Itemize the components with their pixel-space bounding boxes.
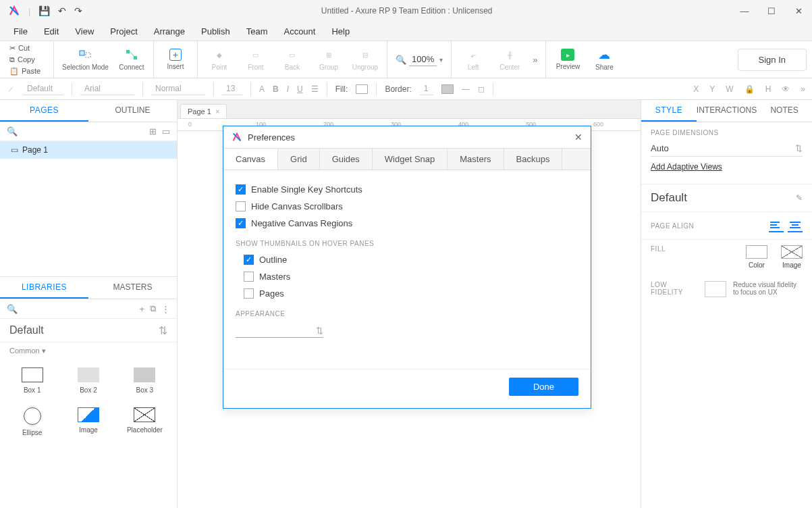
copy-button[interactable]: ⧉Copy xyxy=(8,55,51,65)
tab-libraries[interactable]: LIBRARIES xyxy=(0,277,88,299)
pref-tab-guides[interactable]: Guides xyxy=(320,149,373,170)
checkbox-masters[interactable]: Masters xyxy=(244,268,578,285)
done-button[interactable]: Done xyxy=(509,378,578,396)
checkbox-hide-scrollbars[interactable]: Hide Canvas Scrollbars xyxy=(236,198,578,215)
menu-file[interactable]: File xyxy=(7,24,34,39)
checkbox-negative-regions[interactable]: ✓Negative Canvas Regions xyxy=(236,215,578,232)
checkbox-pages[interactable]: Pages xyxy=(244,285,578,302)
menu-edit[interactable]: Edit xyxy=(37,24,65,39)
edit-icon[interactable]: ✎ xyxy=(796,193,803,203)
redo-icon[interactable]: ↷ xyxy=(74,5,82,16)
folder-icon[interactable]: ▭ xyxy=(162,126,170,136)
menu-account[interactable]: Account xyxy=(277,24,322,39)
checkbox-outline[interactable]: ✓Outline xyxy=(244,251,578,268)
align-center-icon[interactable] xyxy=(788,220,803,232)
lowfi-toggle[interactable] xyxy=(705,281,726,297)
tab-interactions[interactable]: INTERACTIONS xyxy=(697,100,757,122)
insert-button[interactable]: +Insert xyxy=(162,49,189,70)
library-category[interactable]: Common ▾ xyxy=(0,342,177,359)
tab-pages[interactable]: PAGES xyxy=(0,100,88,122)
tab-outline[interactable]: OUTLINE xyxy=(88,100,177,122)
library-icon[interactable]: ⧉ xyxy=(150,303,156,314)
add-page-icon[interactable]: ⊞ xyxy=(149,126,157,136)
more-style-icon[interactable]: » xyxy=(801,84,805,94)
pref-tab-masters[interactable]: Masters xyxy=(448,149,504,170)
widget-ellipse[interactable]: Ellipse xyxy=(7,403,57,440)
menu-arrange[interactable]: Arrange xyxy=(147,24,192,39)
checkbox-single-key[interactable]: ✓Enable Single Key Shortcuts xyxy=(236,181,578,198)
checkbox-icon xyxy=(236,201,246,211)
fill-swatch[interactable] xyxy=(356,84,368,94)
menu-view[interactable]: View xyxy=(68,24,101,39)
group-button: ⊞Group xyxy=(315,48,342,71)
menu-team[interactable]: Team xyxy=(240,24,275,39)
minimize-button[interactable]: — xyxy=(731,0,758,22)
text-color-icon[interactable]: A xyxy=(259,84,265,94)
adaptive-views-link[interactable]: Add Adaptive Views xyxy=(651,157,722,177)
close-tab-icon[interactable]: × xyxy=(215,107,219,116)
style-select[interactable]: Default xyxy=(23,82,63,95)
cut-button[interactable]: ✂Cut xyxy=(8,43,51,53)
border-width[interactable]: 1 xyxy=(420,82,433,95)
widget-box3[interactable]: Box 3 xyxy=(119,363,170,398)
menu-dots-icon[interactable]: ⋮ xyxy=(161,304,170,314)
widget-box2[interactable]: Box 2 xyxy=(63,363,113,398)
pages-search-input[interactable] xyxy=(23,127,144,136)
preferences-dialog: Preferences ✕ Canvas Grid Guides Widget … xyxy=(223,126,591,409)
tab-masters[interactable]: MASTERS xyxy=(88,277,177,299)
menubar: File Edit View Project Arrange Publish T… xyxy=(0,22,812,41)
menu-help[interactable]: Help xyxy=(325,24,356,39)
bold-icon[interactable]: B xyxy=(273,84,279,94)
bullets-icon[interactable]: ☰ xyxy=(311,84,319,94)
corner-icon[interactable]: ◻ xyxy=(478,84,485,94)
signin-button[interactable]: Sign In xyxy=(738,49,807,71)
align-left-icon[interactable] xyxy=(769,220,784,232)
page-dim-select[interactable]: Auto⇅ xyxy=(651,141,803,157)
fill-color-swatch[interactable] xyxy=(746,245,767,259)
line-style-icon[interactable]: — xyxy=(462,84,470,94)
widget-box1[interactable]: Box 1 xyxy=(7,363,57,398)
undo-icon[interactable]: ↶ xyxy=(58,5,66,16)
widget-image[interactable]: Image xyxy=(63,403,113,440)
window-title: Untitled - Axure RP 9 Team Edition : Unl… xyxy=(82,6,731,16)
share-button[interactable]: ☁Share xyxy=(591,48,618,71)
library-select[interactable]: Default⇅ xyxy=(0,319,177,342)
lowfi-text: Reduce visual fidelity to focus on UX xyxy=(733,281,803,297)
font-select[interactable]: Arial xyxy=(80,82,134,95)
underline-icon[interactable]: U xyxy=(297,84,303,94)
visibility-icon[interactable]: 👁 xyxy=(782,84,790,94)
menu-project[interactable]: Project xyxy=(103,24,144,39)
preview-button[interactable]: ▸Preview xyxy=(554,49,581,70)
tab-notes[interactable]: NOTES xyxy=(757,100,812,122)
border-label: Border: xyxy=(385,84,411,94)
menu-publish[interactable]: Publish xyxy=(194,24,237,39)
pref-tab-backups[interactable]: Backups xyxy=(504,149,563,170)
pref-tab-grid[interactable]: Grid xyxy=(278,149,320,170)
more-icon[interactable]: » xyxy=(533,55,537,65)
tab-style[interactable]: STYLE xyxy=(641,100,697,122)
paint-icon[interactable]: ⟋ xyxy=(7,84,15,94)
pref-tab-widgetsnap[interactable]: Widget Snap xyxy=(373,149,448,170)
connect-button[interactable]: Connect xyxy=(118,48,145,71)
pref-tab-canvas[interactable]: Canvas xyxy=(223,149,278,170)
zoom-input[interactable]: 100% xyxy=(409,53,437,66)
italic-icon[interactable]: I xyxy=(287,84,289,94)
border-swatch[interactable] xyxy=(441,84,454,94)
page-item[interactable]: ▭ Page 1 xyxy=(0,141,177,159)
close-button[interactable]: ✕ xyxy=(785,0,812,22)
canvas-tab[interactable]: Page 1× xyxy=(180,104,227,118)
weight-select[interactable]: Normal xyxy=(151,82,205,95)
fill-image-swatch[interactable] xyxy=(781,245,803,259)
maximize-button[interactable]: ☐ xyxy=(758,0,785,22)
chevron-down-icon[interactable]: ▾ xyxy=(439,56,443,63)
lock-icon[interactable]: 🔒 xyxy=(745,84,755,94)
selection-mode-button[interactable]: Selection Mode xyxy=(62,48,109,71)
dialog-close-button[interactable]: ✕ xyxy=(574,132,583,143)
size-select[interactable]: 13 xyxy=(222,82,242,95)
library-search-input[interactable] xyxy=(23,304,134,313)
paste-button[interactable]: 📋Paste xyxy=(8,66,51,76)
save-icon[interactable]: 💾 xyxy=(38,5,50,16)
widget-placeholder[interactable]: Placeholder xyxy=(119,403,170,440)
appearance-select[interactable]: ⇅ xyxy=(236,324,323,338)
add-icon[interactable]: + xyxy=(139,304,144,314)
